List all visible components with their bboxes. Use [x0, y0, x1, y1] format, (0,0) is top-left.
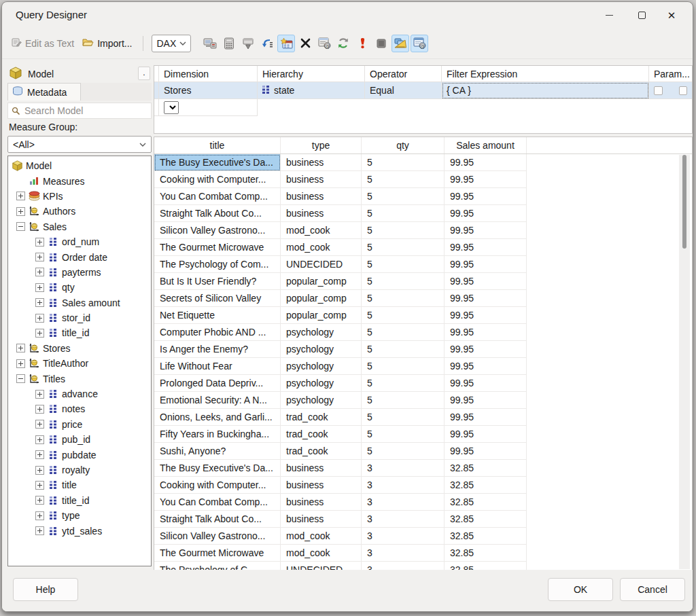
tree-item-stores[interactable]: Stores — [8, 341, 151, 356]
cell-type[interactable]: trad_cook — [281, 426, 362, 443]
tree-item-notes[interactable]: notes — [8, 401, 151, 416]
cell-sales-amount[interactable]: 99.95 — [445, 290, 527, 307]
cell-qty[interactable]: 5 — [362, 307, 445, 324]
cell-title[interactable]: Computer Phobic AND ... — [154, 324, 281, 341]
cell-type[interactable]: business — [281, 154, 362, 171]
tree-item-authors[interactable]: Authors — [8, 204, 151, 219]
cell-qty[interactable]: 5 — [362, 324, 445, 341]
cell-qty[interactable]: 5 — [362, 188, 445, 205]
cell-type[interactable]: UNDECIDED — [281, 256, 362, 273]
cell-qty[interactable]: 5 — [362, 273, 445, 290]
table-row[interactable]: The Busy Executive's Da...business332.85 — [154, 460, 692, 477]
table-row[interactable]: Life Without Fearpsychology599.95 — [154, 358, 692, 375]
expand-icon[interactable] — [16, 207, 25, 216]
cell-qty[interactable]: 5 — [362, 443, 445, 460]
query-parameters-2-icon[interactable]: @ — [411, 35, 428, 52]
tree-item-sales[interactable]: Sales — [8, 219, 151, 234]
search-box[interactable] — [7, 103, 152, 119]
expand-icon[interactable] — [16, 359, 25, 368]
cell-type[interactable]: psychology — [281, 324, 362, 341]
table-row[interactable]: Fifty Years in Buckingha...trad_cook599.… — [154, 426, 692, 443]
expand-icon[interactable] — [35, 298, 44, 307]
hierarchy-cell[interactable]: state — [258, 82, 365, 99]
tree-item-pubdate[interactable]: pubdate — [8, 447, 151, 462]
cell-title[interactable]: The Psychology of Com... — [154, 256, 281, 273]
cell-title[interactable]: Sushi, Anyone? — [154, 443, 281, 460]
table-row[interactable]: Prolonged Data Depriv...psychology599.95 — [154, 375, 692, 392]
table-row[interactable]: You Can Combat Comp...business332.85 — [154, 494, 692, 511]
cell-type[interactable]: business — [281, 460, 362, 477]
cell-title[interactable]: Straight Talk About Co... — [154, 511, 281, 528]
group-items-icon[interactable] — [258, 35, 276, 52]
cell-qty[interactable]: 3 — [362, 494, 445, 511]
add-calculated-member-icon[interactable] — [277, 35, 295, 52]
cell-title[interactable]: The Gourmet Microwave — [154, 545, 281, 562]
collapse-icon[interactable] — [16, 222, 25, 231]
cell-sales-amount[interactable]: 99.95 — [445, 188, 527, 205]
table-row[interactable]: Sushi, Anyone?trad_cook599.95 — [154, 443, 692, 460]
design-query-icon[interactable] — [201, 35, 219, 52]
cell-type[interactable]: business — [281, 477, 362, 494]
cell-type[interactable]: trad_cook — [281, 409, 362, 426]
cell-sales-amount[interactable]: 32.85 — [445, 494, 527, 511]
table-row[interactable]: The Busy Executive's Da...business599.95 — [154, 154, 692, 171]
minimize-button[interactable] — [593, 2, 625, 28]
tree-item-title[interactable]: title — [8, 477, 151, 492]
cell-title[interactable]: The Busy Executive's Da... — [154, 460, 281, 477]
table-row[interactable]: The Psychology of Com...UNDECIDED599.95 — [154, 256, 692, 273]
show-empty-cells-icon[interactable] — [239, 35, 257, 52]
cell-sales-amount[interactable]: 99.95 — [445, 171, 527, 188]
table-row[interactable]: Emotional Security: A N...psychology599.… — [154, 392, 692, 409]
cell-type[interactable]: business — [281, 188, 362, 205]
filter-expression-cell[interactable]: { CA } — [442, 82, 649, 99]
filter-column-header[interactable]: Param... — [649, 66, 692, 82]
expand-icon[interactable] — [35, 238, 44, 247]
tree-item-titles[interactable]: Titles — [8, 371, 151, 386]
cell-qty[interactable]: 3 — [362, 545, 445, 562]
table-row[interactable]: Secrets of Silicon Valleypopular_comp599… — [154, 290, 692, 307]
close-button[interactable]: ✕ — [656, 2, 687, 28]
tree-item-price[interactable]: price — [8, 417, 151, 432]
column-header-sales-amount[interactable]: Sales amount — [445, 137, 527, 153]
expand-icon[interactable] — [35, 511, 44, 520]
cube-browse-button[interactable]: . — [138, 67, 150, 80]
column-header-type[interactable]: type — [281, 137, 362, 153]
help-button[interactable]: Help — [13, 578, 78, 601]
expand-icon[interactable] — [35, 329, 44, 338]
cell-type[interactable]: business — [281, 494, 362, 511]
filter-column-header[interactable]: Dimension — [159, 66, 258, 82]
table-row[interactable]: You Can Combat Comp...business599.95 — [154, 188, 692, 205]
cell-sales-amount[interactable]: 99.95 — [445, 307, 527, 324]
measure-group-dropdown[interactable]: <All> — [7, 136, 152, 153]
table-row[interactable]: Cooking with Computer...business599.95 — [154, 171, 692, 188]
expand-icon[interactable] — [35, 390, 44, 399]
tree-item-measures[interactable]: Measures — [8, 173, 151, 188]
table-row[interactable]: Onions, Leeks, and Garli...trad_cook599.… — [154, 409, 692, 426]
tree-item-title-id[interactable]: title_id — [8, 493, 151, 508]
cell-sales-amount[interactable]: 99.95 — [445, 256, 527, 273]
cell-qty[interactable]: 5 — [362, 239, 445, 256]
tree-item-sales-amount[interactable]: Sales amount — [8, 295, 151, 310]
cell-qty[interactable]: 5 — [362, 358, 445, 375]
table-row[interactable]: Straight Talk About Co...business599.95 — [154, 205, 692, 222]
cell-type[interactable]: mod_cook — [281, 545, 362, 562]
cell-title[interactable]: Emotional Security: A N... — [154, 392, 281, 409]
cell-type[interactable]: mod_cook — [281, 528, 362, 545]
cell-sales-amount[interactable]: 99.95 — [445, 273, 527, 290]
table-row[interactable]: The Gourmet Microwavemod_cook599.95 — [154, 239, 692, 256]
table-row[interactable]: Cooking with Computer...business332.85 — [154, 477, 692, 494]
tree-item-type[interactable]: type — [8, 508, 151, 523]
tree-item-ytd-sales[interactable]: ytd_sales — [8, 523, 151, 538]
search-input[interactable] — [24, 105, 140, 116]
table-row[interactable]: The Gourmet Microwavemod_cook332.85 — [154, 545, 692, 562]
cell-sales-amount[interactable]: 99.95 — [445, 154, 527, 171]
cell-sales-amount[interactable]: 32.85 — [445, 511, 527, 528]
cancel-button[interactable]: Cancel — [620, 578, 685, 601]
cell-title[interactable]: You Can Combat Comp... — [154, 494, 281, 511]
expand-icon[interactable] — [35, 496, 44, 505]
cell-qty[interactable]: 5 — [362, 256, 445, 273]
cell-qty[interactable]: 3 — [362, 477, 445, 494]
filter-column-header[interactable]: Filter Expression — [442, 66, 649, 82]
cell-sales-amount[interactable]: 32.85 — [445, 477, 527, 494]
cell-qty[interactable]: 5 — [362, 171, 445, 188]
